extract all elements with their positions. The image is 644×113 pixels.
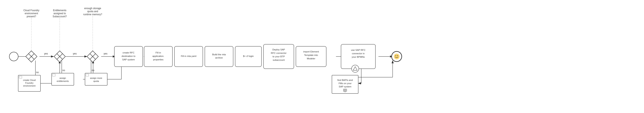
label-no2: no — [62, 69, 65, 72]
svg-point-53 — [352, 65, 359, 72]
svg-text:Foundry: Foundry — [25, 82, 34, 84]
task-cf-login: $> cf login — [235, 46, 262, 67]
svg-text:Fill in mta.yaml: Fill in mta.yaml — [181, 55, 196, 57]
task-fill-properties: Fill in application. properties — [144, 46, 172, 67]
task-use-rfc: use SAP RFC connector in your BPMNs — [341, 44, 376, 69]
svg-text:subaccount: subaccount — [273, 59, 285, 61]
start-event — [9, 52, 18, 61]
smiley-face — [394, 54, 400, 59]
question-3-text2: quota and — [87, 10, 98, 13]
svg-text:import Element: import Element — [303, 50, 319, 53]
svg-text:$> cf login: $> cf login — [243, 55, 254, 57]
svg-text:Build the mta: Build the mta — [212, 53, 226, 56]
svg-text:Modeler: Modeler — [307, 57, 315, 60]
svg-text:SAP system: SAP system — [339, 85, 351, 88]
svg-text:Fill in: Fill in — [156, 51, 161, 54]
task-assign-entitlements: assign entitlements — [52, 73, 74, 85]
intermediate-event-triangle — [352, 65, 359, 72]
question-3-text3: runtime memory? — [83, 13, 102, 16]
label-yes2: yes — [73, 52, 77, 55]
svg-text:quota: quota — [93, 80, 99, 82]
svg-text:environment: environment — [23, 85, 36, 87]
svg-text:assign more: assign more — [90, 77, 102, 79]
task-rfc-destination: create RFC destination to SAP system — [114, 46, 143, 67]
task-build-mta: Build the mta archive — [205, 46, 233, 67]
bpmn-diagram: yes no yes no yes no — [0, 0, 644, 113]
task-import-element: import Element Template into Modeler — [296, 46, 326, 67]
task-deploy-rfc: Deploy SAP RFC connector to your BTP sub… — [264, 44, 294, 69]
gateway-1 — [26, 51, 37, 62]
svg-text:create Cloud: create Cloud — [23, 79, 36, 81]
svg-text:application.: application. — [152, 55, 164, 57]
question-1-text: Cloud Foundry — [24, 9, 40, 12]
svg-text:FMs on your: FMs on your — [338, 82, 352, 85]
svg-text:use SAP RFC: use SAP RFC — [351, 49, 365, 51]
question-2-text2: assigned to — [54, 12, 66, 15]
svg-text:to your BTP: to your BTP — [272, 55, 285, 58]
question-2-text3: Subaccount? — [52, 15, 67, 18]
question-1-text3: present? — [27, 15, 36, 18]
gateway-2 — [54, 51, 65, 62]
svg-rect-22 — [86, 74, 89, 76]
label-no1: no — [36, 71, 39, 74]
svg-text:destination to: destination to — [122, 55, 136, 57]
gateway-3 — [87, 51, 98, 62]
task-mta-yaml: Fill in mta.yaml — [174, 46, 203, 67]
question-1-text2: environment — [25, 12, 38, 15]
svg-rect-15 — [52, 74, 55, 76]
svg-text:assign: assign — [60, 77, 66, 79]
question-3-text: enough storage — [84, 7, 101, 10]
svg-point-68 — [396, 55, 396, 56]
svg-text:RFC connector: RFC connector — [271, 52, 286, 54]
svg-text:Deploy SAP: Deploy SAP — [272, 48, 285, 51]
label-yes3: yes — [104, 52, 108, 55]
task-create-cf: create Cloud Foundry environment — [18, 75, 40, 91]
svg-text:SAP system: SAP system — [122, 58, 135, 61]
svg-text:entitlements: entitlements — [57, 80, 69, 82]
svg-text:your BPMNs: your BPMNs — [352, 56, 365, 58]
task-find-bapis: find BAPIs and FMs on your SAP system — [332, 75, 358, 93]
label-no3: no — [92, 69, 94, 72]
svg-text:create RFC: create RFC — [123, 51, 134, 54]
svg-rect-6 — [19, 76, 22, 78]
svg-text:properties: properties — [153, 58, 163, 61]
svg-text:Template into: Template into — [304, 54, 318, 56]
diagram-svg: yes no yes no yes no — [0, 0, 644, 113]
svg-text:find BAPIs and: find BAPIs and — [338, 79, 353, 81]
task-assign-quota: assign more quota — [85, 73, 107, 85]
svg-text:archive: archive — [215, 56, 223, 59]
question-2-text: Entitlements — [53, 9, 66, 12]
label-yes1: yes — [44, 52, 48, 55]
svg-rect-45 — [296, 46, 326, 67]
svg-point-69 — [397, 55, 398, 56]
svg-text:connector in: connector in — [352, 52, 365, 55]
